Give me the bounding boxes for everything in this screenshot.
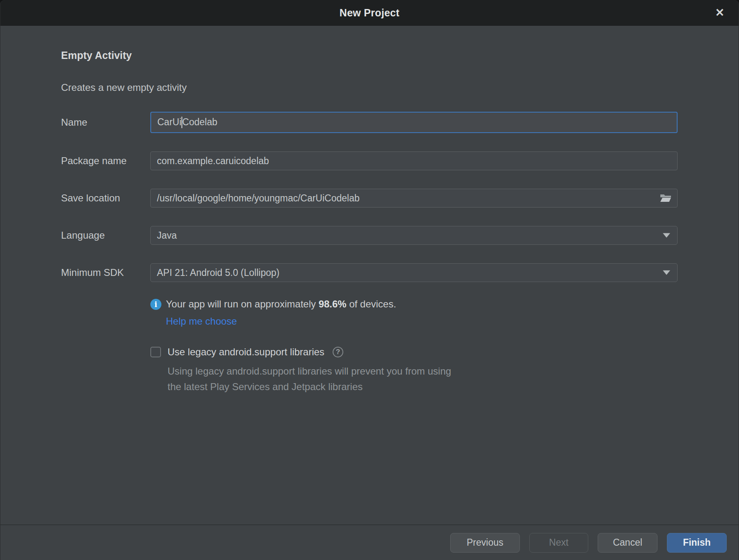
next-button[interactable]: Next	[529, 533, 588, 553]
legacy-help-text: Using legacy android.support libraries w…	[168, 364, 678, 395]
name-input[interactable]: CarUiCodelab	[150, 112, 678, 133]
close-icon[interactable]: ✕	[710, 0, 730, 26]
legacy-libraries-checkbox[interactable]	[150, 347, 161, 357]
name-row: Name CarUiCodelab	[61, 112, 678, 133]
package-name-label: Package name	[61, 155, 150, 167]
chevron-down-icon	[663, 271, 670, 275]
sdk-info-text: Your app will run on approximately 98.6%…	[166, 298, 396, 310]
save-location-label: Save location	[61, 192, 150, 204]
help-question-icon[interactable]: ?	[333, 347, 343, 357]
previous-button[interactable]: Previous	[450, 533, 520, 553]
language-select[interactable]: Java	[150, 226, 678, 245]
info-icon: i	[150, 299, 161, 310]
sdk-info-block: i Your app will run on approximately 98.…	[150, 298, 678, 327]
package-name-input[interactable]	[150, 151, 678, 170]
legacy-help-line2: the latest Play Services and Jetpack lib…	[168, 379, 678, 395]
save-location-input[interactable]	[150, 189, 678, 208]
save-location-row: Save location	[61, 189, 678, 208]
activity-subtitle: Creates a new empty activity	[61, 82, 678, 93]
activity-heading: Empty Activity	[61, 50, 678, 61]
legacy-libraries-label[interactable]: Use legacy android.support libraries	[168, 346, 324, 358]
language-value: Java	[157, 230, 177, 241]
new-project-dialog: New Project ✕ Empty Activity Creates a n…	[0, 0, 739, 560]
dialog-content: Empty Activity Creates a new empty activ…	[0, 26, 739, 395]
device-percentage: 98.6%	[319, 298, 347, 309]
footer-bar: Previous Next Cancel Finish	[0, 524, 739, 560]
min-sdk-row: Minimum SDK API 21: Android 5.0 (Lollipo…	[61, 263, 678, 282]
name-value-after-caret: Codelab	[182, 117, 218, 127]
dialog-title: New Project	[340, 7, 399, 19]
min-sdk-select[interactable]: API 21: Android 5.0 (Lollipop)	[150, 263, 678, 282]
min-sdk-label: Minimum SDK	[61, 267, 150, 278]
help-me-choose-link[interactable]: Help me choose	[166, 316, 237, 327]
min-sdk-value: API 21: Android 5.0 (Lollipop)	[157, 267, 279, 278]
language-label: Language	[61, 230, 150, 241]
name-label: Name	[61, 117, 150, 128]
language-row: Language Java	[61, 226, 678, 245]
chevron-down-icon	[663, 233, 670, 238]
cancel-button[interactable]: Cancel	[598, 533, 657, 553]
legacy-libraries-block: Use legacy android.support libraries ? U…	[150, 346, 678, 395]
browse-folder-button[interactable]	[659, 193, 672, 203]
folder-icon	[660, 198, 671, 204]
name-value-before-caret: CarUi	[157, 117, 181, 127]
package-name-row: Package name	[61, 151, 678, 170]
finish-button[interactable]: Finish	[667, 533, 727, 553]
title-bar: New Project ✕	[0, 0, 739, 26]
legacy-help-line1: Using legacy android.support libraries w…	[168, 364, 678, 379]
